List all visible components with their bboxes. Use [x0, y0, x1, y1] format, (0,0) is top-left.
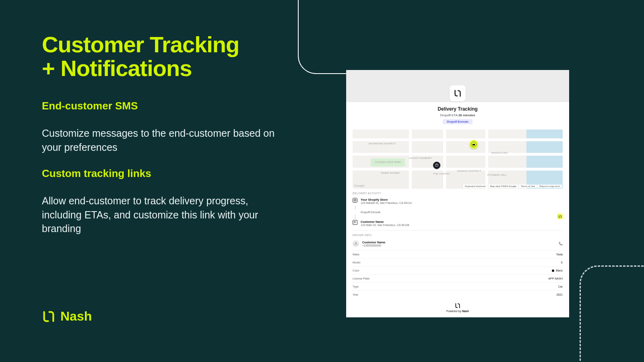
page-title-line1: Customer Tracking — [42, 32, 239, 57]
driver-phone: +15555555555 — [362, 244, 386, 247]
activity-origin: Your Shopify Store 123 Market St, San Fr… — [353, 197, 563, 206]
driver-info: Customer Name +15555555555 MakeTeslaMode… — [346, 238, 569, 299]
eta-value: 28 minutes — [458, 113, 475, 117]
svg-rect-1 — [436, 165, 438, 167]
driver-info-key: Color — [353, 269, 359, 272]
destination-pin-icon — [433, 162, 440, 169]
page-title-line2: + Notifications — [42, 56, 192, 81]
nash-badge-icon — [557, 214, 563, 219]
store-icon — [353, 198, 357, 203]
app-banner — [346, 70, 569, 102]
driver-info-row: License PlateAPP-NASH — [353, 274, 563, 282]
driver-section-label: DRIVER INFO — [346, 230, 569, 238]
powered-by-brand: Nash — [462, 310, 469, 313]
activity-connector-line — [355, 206, 355, 210]
flag-icon — [353, 220, 357, 225]
map-road — [443, 130, 446, 189]
eta-line: Dropoff ETA 28 minutes — [346, 113, 569, 117]
app-header: Delivery Tracking Dropoff ETA 28 minutes… — [346, 102, 569, 127]
driver-pin-icon — [469, 140, 478, 149]
driver-info-key: License Plate — [353, 277, 369, 280]
activity-connector-line — [355, 215, 355, 219]
activity-status: Dropoff Enroute — [353, 210, 563, 215]
powered-by-pre: Powered by — [446, 310, 462, 313]
google-attribution: Google — [354, 184, 365, 187]
map-attribution-bar: Keyboard shortcuts Map data ©2023 Google… — [462, 185, 562, 188]
driver-info-value: APP-NASH — [548, 277, 563, 280]
driver-info-key: Make — [353, 253, 359, 256]
driver-info-value: S — [561, 261, 563, 264]
driver-info-row: ModelS — [353, 258, 563, 266]
page-title: Customer Tracking + Notifications — [42, 33, 291, 80]
map-neighborhood-label: MISSION DISTRICT — [457, 170, 481, 172]
map-road — [353, 153, 563, 156]
delivery-activity: Your Shopify Store 123 Market St, San Fr… — [346, 196, 569, 230]
origin-name: Your Shopify Store — [361, 198, 412, 202]
section-body-sms: Customize messages to the end-customer b… — [42, 126, 283, 154]
section-heading-links: Custom tracking links — [42, 167, 151, 180]
nash-logo-icon — [42, 310, 56, 323]
svg-point-2 — [355, 243, 356, 244]
driver-info-row: TypeCar — [353, 282, 563, 290]
map-road — [353, 138, 563, 141]
driver-info-value: Car — [558, 285, 563, 288]
destination-name: Customer Name — [361, 220, 409, 224]
map-attrib-item[interactable]: Terms of Use — [518, 185, 537, 188]
map-attrib-item[interactable]: Report a map error — [537, 185, 562, 188]
nash-logo-icon — [454, 302, 461, 309]
status-badge: Dropoff Enroute — [443, 119, 473, 124]
powered-by-text: Powered by Nash — [346, 310, 569, 313]
driver-info-row: Year2021 — [353, 290, 563, 298]
brand-footer: Nash — [42, 309, 92, 324]
origin-address: 123 Market St, San Francisco, CA 94114 — [361, 202, 412, 204]
decorative-dashed-line — [580, 265, 644, 362]
app-footer: Powered by Nash — [346, 299, 569, 317]
map-road — [485, 130, 488, 189]
map-neighborhood-label: MISSION BAY — [491, 152, 508, 154]
driver-info-key: Model — [353, 261, 360, 264]
driver-info-key: Type — [353, 285, 359, 288]
driver-info-value: 2021 — [556, 293, 563, 296]
map-neighborhood-label: INNER SUNSET — [381, 172, 400, 174]
map-neighborhood-label: GOLDEN GATE PARK — [375, 161, 401, 163]
driver-info-value: Black — [552, 269, 563, 272]
app-brand-tile — [450, 85, 466, 101]
map-neighborhood-label: THE CASTRO — [433, 173, 450, 175]
destination-address: 123 Main St, San Francisco, CA 94138 — [361, 224, 409, 226]
decorative-corner-line — [298, 0, 378, 74]
driver-info-row: MakeTesla — [353, 250, 563, 258]
brand-name: Nash — [60, 309, 92, 324]
driver-avatar-icon — [353, 241, 359, 247]
section-body-links: Allow end-customer to track delivery pro… — [42, 194, 283, 236]
map-neighborhood-label: HAIGHT-ASHBURY — [409, 157, 432, 159]
nash-logo-icon — [453, 89, 462, 98]
driver-info-value: Tesla — [556, 253, 563, 256]
tracking-title: Delivery Tracking — [346, 106, 569, 112]
driver-info-row: ColorBlack — [353, 266, 563, 274]
map-neighborhood-label: POTRERO HILL — [487, 174, 507, 176]
driver-header: Customer Name +15555555555 — [353, 239, 563, 250]
tracking-app-screenshot: Delivery Tracking Dropoff ETA 28 minutes… — [346, 70, 569, 317]
map-attrib-item[interactable]: Keyboard shortcuts — [462, 185, 488, 188]
driver-name: Customer Name — [362, 241, 386, 244]
map-attrib-item: Map data ©2023 Google — [488, 185, 518, 188]
call-driver-button[interactable] — [558, 241, 563, 246]
section-heading-sms: End-customer SMS — [42, 100, 138, 112]
map-neighborhood-label: RICHMOND DISTRICT — [369, 142, 396, 145]
activity-destination: Customer Name 123 Main St, San Francisco… — [353, 219, 563, 228]
activity-section-label: DELIVERY ACTIVITY — [346, 189, 569, 196]
driver-info-key: Year — [353, 293, 358, 296]
eta-label: Dropoff ETA — [440, 113, 458, 117]
tracking-map[interactable]: RICHMOND DISTRICT HAIGHT-ASHBURY GOLDEN … — [353, 130, 563, 189]
activity-status-text: Dropoff Enroute — [361, 211, 380, 214]
